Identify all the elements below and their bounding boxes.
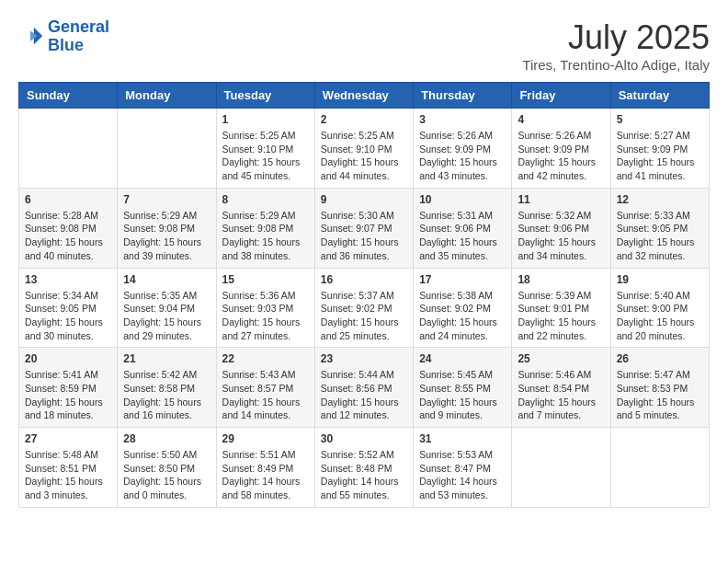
calendar-cell: 11Sunrise: 5:32 AM Sunset: 9:06 PM Dayli… [512,188,610,268]
calendar-cell: 23Sunrise: 5:44 AM Sunset: 8:56 PM Dayli… [314,348,413,428]
calendar-cell: 14Sunrise: 5:35 AM Sunset: 9:04 PM Dayli… [118,268,216,348]
calendar-cell: 26Sunrise: 5:47 AM Sunset: 8:53 PM Dayli… [610,348,709,428]
weekday-wednesday: Wednesday [314,83,413,109]
calendar-cell: 16Sunrise: 5:37 AM Sunset: 9:02 PM Dayli… [314,268,413,348]
day-number: 26 [617,352,703,365]
day-info: Sunrise: 5:52 AM Sunset: 8:48 PM Dayligh… [321,448,407,502]
day-number: 25 [518,352,604,365]
calendar-cell: 25Sunrise: 5:46 AM Sunset: 8:54 PM Dayli… [512,348,610,428]
calendar-cell: 20Sunrise: 5:41 AM Sunset: 8:59 PM Dayli… [19,348,118,428]
calendar-cell: 21Sunrise: 5:42 AM Sunset: 8:58 PM Dayli… [118,348,216,428]
day-number: 20 [25,352,111,365]
day-info: Sunrise: 5:29 AM Sunset: 9:08 PM Dayligh… [222,209,309,263]
day-info: Sunrise: 5:32 AM Sunset: 9:06 PM Dayligh… [518,209,604,263]
day-number: 12 [617,193,703,206]
logo-icon [18,24,44,50]
day-info: Sunrise: 5:30 AM Sunset: 9:07 PM Dayligh… [321,209,407,263]
calendar-cell: 1Sunrise: 5:25 AM Sunset: 9:10 PM Daylig… [216,109,314,189]
week-row-5: 27Sunrise: 5:48 AM Sunset: 8:51 PM Dayli… [19,428,710,508]
day-number: 4 [518,113,604,126]
location: Tires, Trentino-Alto Adige, Italy [522,57,710,73]
day-number: 16 [321,273,407,286]
day-info: Sunrise: 5:47 AM Sunset: 8:53 PM Dayligh… [617,368,703,422]
day-number: 30 [321,432,407,445]
week-row-2: 6Sunrise: 5:28 AM Sunset: 9:08 PM Daylig… [19,188,710,268]
day-info: Sunrise: 5:31 AM Sunset: 9:06 PM Dayligh… [419,209,506,263]
day-info: Sunrise: 5:53 AM Sunset: 8:47 PM Dayligh… [419,448,506,502]
calendar-cell: 17Sunrise: 5:38 AM Sunset: 9:02 PM Dayli… [414,268,512,348]
calendar-cell: 24Sunrise: 5:45 AM Sunset: 8:55 PM Dayli… [414,348,512,428]
calendar-cell: 12Sunrise: 5:33 AM Sunset: 9:05 PM Dayli… [610,188,709,268]
day-number: 6 [25,193,111,206]
calendar-cell: 10Sunrise: 5:31 AM Sunset: 9:06 PM Dayli… [414,188,512,268]
weekday-tuesday: Tuesday [216,83,314,109]
day-info: Sunrise: 5:48 AM Sunset: 8:51 PM Dayligh… [25,448,111,502]
day-number: 15 [222,273,309,286]
calendar-cell: 31Sunrise: 5:53 AM Sunset: 8:47 PM Dayli… [414,428,512,508]
day-info: Sunrise: 5:46 AM Sunset: 8:54 PM Dayligh… [518,368,604,422]
weekday-sunday: Sunday [19,83,118,109]
day-number: 18 [518,273,604,286]
day-number: 29 [222,432,309,445]
calendar-cell: 28Sunrise: 5:50 AM Sunset: 8:50 PM Dayli… [118,428,216,508]
day-number: 27 [25,432,111,445]
calendar-cell: 8Sunrise: 5:29 AM Sunset: 9:08 PM Daylig… [216,188,314,268]
day-number: 7 [123,193,210,206]
day-info: Sunrise: 5:34 AM Sunset: 9:05 PM Dayligh… [25,289,111,343]
calendar-cell: 6Sunrise: 5:28 AM Sunset: 9:08 PM Daylig… [19,188,118,268]
calendar-cell: 9Sunrise: 5:30 AM Sunset: 9:07 PM Daylig… [314,188,413,268]
logo-text: General Blue [48,18,109,55]
day-info: Sunrise: 5:39 AM Sunset: 9:01 PM Dayligh… [518,289,604,343]
day-number: 10 [419,193,506,206]
calendar-cell [610,428,709,508]
day-info: Sunrise: 5:35 AM Sunset: 9:04 PM Dayligh… [123,289,210,343]
calendar-cell: 19Sunrise: 5:40 AM Sunset: 9:00 PM Dayli… [610,268,709,348]
calendar-cell: 3Sunrise: 5:26 AM Sunset: 9:09 PM Daylig… [414,109,512,189]
calendar-cell: 18Sunrise: 5:39 AM Sunset: 9:01 PM Dayli… [512,268,610,348]
day-number: 28 [123,432,210,445]
day-number: 31 [419,432,506,445]
day-info: Sunrise: 5:44 AM Sunset: 8:56 PM Dayligh… [321,368,407,422]
day-number: 17 [419,273,506,286]
day-info: Sunrise: 5:27 AM Sunset: 9:09 PM Dayligh… [617,129,703,183]
page-header: General Blue July 2025 Tires, Trentino-A… [18,18,710,73]
day-number: 2 [321,113,407,126]
day-number: 23 [321,352,407,365]
calendar-cell: 29Sunrise: 5:51 AM Sunset: 8:49 PM Dayli… [216,428,314,508]
calendar-cell [118,109,216,189]
week-row-4: 20Sunrise: 5:41 AM Sunset: 8:59 PM Dayli… [19,348,710,428]
day-number: 14 [123,273,210,286]
day-info: Sunrise: 5:45 AM Sunset: 8:55 PM Dayligh… [419,368,506,422]
day-info: Sunrise: 5:28 AM Sunset: 9:08 PM Dayligh… [25,209,111,263]
calendar-cell [512,428,610,508]
day-number: 1 [222,113,309,126]
day-info: Sunrise: 5:25 AM Sunset: 9:10 PM Dayligh… [222,129,309,183]
week-row-1: 1Sunrise: 5:25 AM Sunset: 9:10 PM Daylig… [19,109,710,189]
calendar-cell: 30Sunrise: 5:52 AM Sunset: 8:48 PM Dayli… [314,428,413,508]
calendar-cell: 13Sunrise: 5:34 AM Sunset: 9:05 PM Dayli… [19,268,118,348]
calendar-cell: 27Sunrise: 5:48 AM Sunset: 8:51 PM Dayli… [19,428,118,508]
day-number: 21 [123,352,210,365]
calendar-cell: 4Sunrise: 5:26 AM Sunset: 9:09 PM Daylig… [512,109,610,189]
day-info: Sunrise: 5:43 AM Sunset: 8:57 PM Dayligh… [222,368,309,422]
day-info: Sunrise: 5:40 AM Sunset: 9:00 PM Dayligh… [617,289,703,343]
logo: General Blue [18,18,109,55]
day-info: Sunrise: 5:38 AM Sunset: 9:02 PM Dayligh… [419,289,506,343]
title-block: July 2025 Tires, Trentino-Alto Adige, It… [522,18,710,73]
day-info: Sunrise: 5:42 AM Sunset: 8:58 PM Dayligh… [123,368,210,422]
day-number: 22 [222,352,309,365]
week-row-3: 13Sunrise: 5:34 AM Sunset: 9:05 PM Dayli… [19,268,710,348]
day-number: 11 [518,193,604,206]
calendar-table: SundayMondayTuesdayWednesdayThursdayFrid… [18,82,710,508]
calendar-cell: 2Sunrise: 5:25 AM Sunset: 9:10 PM Daylig… [314,109,413,189]
day-info: Sunrise: 5:37 AM Sunset: 9:02 PM Dayligh… [321,289,407,343]
day-info: Sunrise: 5:36 AM Sunset: 9:03 PM Dayligh… [222,289,309,343]
day-info: Sunrise: 5:29 AM Sunset: 9:08 PM Dayligh… [123,209,210,263]
weekday-saturday: Saturday [610,83,709,109]
weekday-header-row: SundayMondayTuesdayWednesdayThursdayFrid… [19,83,710,109]
day-info: Sunrise: 5:26 AM Sunset: 9:09 PM Dayligh… [419,129,506,183]
month-year: July 2025 [522,18,710,57]
day-info: Sunrise: 5:33 AM Sunset: 9:05 PM Dayligh… [617,209,703,263]
day-info: Sunrise: 5:50 AM Sunset: 8:50 PM Dayligh… [123,448,210,502]
calendar-cell: 15Sunrise: 5:36 AM Sunset: 9:03 PM Dayli… [216,268,314,348]
